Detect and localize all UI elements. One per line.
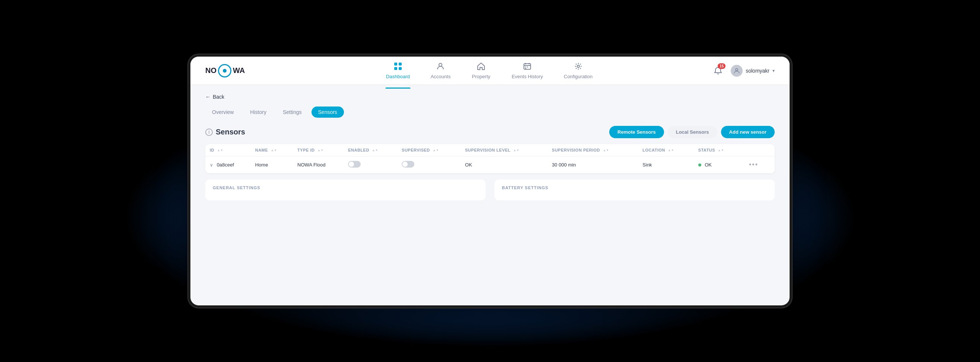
logo-circle: [218, 64, 231, 78]
svg-rect-5: [524, 64, 531, 69]
col-header-supervision-period: Supervision Period ▲▼: [547, 144, 638, 156]
nav-label-configuration: Configuration: [564, 74, 592, 79]
back-label: Back: [213, 94, 224, 100]
sensors-title: i Sensors: [205, 128, 245, 136]
sensors-info-icon[interactable]: i: [205, 129, 213, 136]
general-settings-panel: GENERAL SETTINGS: [205, 179, 485, 200]
battery-settings-title: BATTERY SETTINGS: [502, 186, 767, 190]
col-header-supervised: Supervised ▲▼: [397, 144, 461, 156]
main-content: ← Back Overview History Settings Sensors…: [191, 85, 789, 305]
col-header-id: ID ▲▼: [205, 144, 251, 156]
cell-supervision-period: 30 000 min: [547, 156, 638, 173]
sensors-header: i Sensors Remote Sensors Local Sensors A…: [205, 126, 775, 138]
svg-point-9: [577, 65, 579, 67]
nav-item-property[interactable]: Property: [463, 59, 500, 82]
local-sensors-button[interactable]: Local Sensors: [668, 126, 717, 138]
col-header-supervision-level: Supervision Level ▲▼: [461, 144, 547, 156]
col-header-name: Name ▲▼: [251, 144, 293, 156]
nav-item-accounts[interactable]: Accounts: [422, 59, 460, 82]
col-header-type-id: Type ID ▲▼: [293, 144, 344, 156]
notification-badge: 15: [718, 64, 725, 69]
notification-button[interactable]: 15: [711, 64, 725, 78]
sort-icon-name[interactable]: ▲▼: [271, 149, 277, 152]
expand-button[interactable]: ∨: [210, 162, 213, 168]
sub-nav-sensors[interactable]: Sensors: [312, 106, 344, 117]
sort-icon-type-id[interactable]: ▲▼: [318, 149, 324, 152]
cell-supervised: [397, 156, 461, 173]
status-dot: [698, 164, 701, 167]
events-icon: [523, 62, 531, 72]
navbar: NO WA Dashboard: [191, 57, 789, 85]
cell-id: ∨ 0a8ceef: [205, 156, 251, 173]
sort-icon-supervised[interactable]: ▲▼: [433, 149, 439, 152]
sub-nav-overview[interactable]: Overview: [205, 106, 240, 117]
nav-item-dashboard[interactable]: Dashboard: [377, 59, 419, 82]
cell-name: Home: [251, 156, 293, 173]
svg-rect-3: [399, 67, 402, 70]
nav-right: 15 solomyakr ▾: [711, 64, 775, 78]
device-screen: NO WA Dashboard: [191, 57, 789, 305]
dashboard-icon: [394, 62, 402, 72]
sensors-actions: Remote Sensors Local Sensors Add new sen…: [609, 126, 775, 138]
svg-rect-0: [394, 63, 397, 65]
sensors-table: ID ▲▼ Name ▲▼ Type ID ▲▼: [205, 144, 775, 173]
device-frame: NO WA Dashboard: [188, 54, 792, 308]
table-header-row: ID ▲▼ Name ▲▼ Type ID ▲▼: [205, 144, 775, 156]
cell-location: Sink: [638, 156, 694, 173]
nav-label-dashboard: Dashboard: [386, 74, 410, 79]
general-settings-title: GENERAL SETTINGS: [213, 186, 478, 190]
status-value: OK: [705, 162, 712, 168]
chevron-down-icon: ▾: [772, 68, 775, 73]
table-row: ∨ 0a8ceef Home NOWA Flood OK: [205, 156, 775, 173]
col-header-actions: [741, 144, 775, 156]
sub-nav-history[interactable]: History: [243, 106, 273, 117]
col-header-location: Location ▲▼: [638, 144, 694, 156]
bottom-panels: GENERAL SETTINGS BATTERY SETTINGS: [205, 179, 775, 200]
user-avatar: [731, 65, 743, 77]
sort-icon-supervision-level[interactable]: ▲▼: [513, 149, 519, 152]
sort-icon-enabled[interactable]: ▲▼: [372, 149, 378, 152]
svg-rect-2: [394, 67, 397, 70]
sort-icon-id[interactable]: ▲▼: [217, 149, 224, 152]
nav-label-accounts: Accounts: [431, 74, 450, 79]
sort-icon-status[interactable]: ▲▼: [718, 149, 724, 152]
svg-rect-1: [399, 63, 402, 65]
enabled-toggle[interactable]: [348, 161, 361, 168]
sensors-table-container: ID ▲▼ Name ▲▼ Type ID ▲▼: [205, 144, 775, 173]
nav-items: Dashboard Accounts: [267, 59, 711, 82]
cell-enabled: [344, 156, 397, 173]
cell-row-actions: •••: [741, 156, 775, 173]
logo: NO WA: [205, 64, 245, 78]
row-more-button[interactable]: •••: [746, 159, 761, 170]
back-arrow-icon: ←: [205, 94, 210, 100]
col-header-status: Status ▲▼: [694, 144, 741, 156]
logo-text-left: NO: [205, 66, 216, 75]
nav-item-events-history[interactable]: Events History: [503, 59, 552, 82]
nav-item-configuration[interactable]: Configuration: [555, 59, 601, 82]
sub-nav: Overview History Settings Sensors: [205, 106, 775, 117]
cell-id-value: 0a8ceef: [217, 162, 234, 168]
svg-point-4: [439, 64, 442, 66]
battery-settings-panel: BATTERY SETTINGS: [495, 179, 775, 200]
cell-status: OK: [694, 156, 741, 173]
nav-label-property: Property: [472, 74, 490, 79]
configuration-icon: [574, 62, 582, 72]
svg-point-10: [735, 68, 738, 71]
svg-rect-8: [525, 68, 526, 69]
user-menu-button[interactable]: solomyakr ▾: [731, 65, 775, 77]
supervised-toggle[interactable]: [402, 161, 414, 168]
cell-type-id: NOWA Flood: [293, 156, 344, 173]
nav-label-events: Events History: [512, 74, 543, 79]
sort-icon-supervision-period[interactable]: ▲▼: [603, 149, 609, 152]
sort-icon-location[interactable]: ▲▼: [668, 149, 675, 152]
sensors-title-text: Sensors: [216, 128, 245, 136]
cell-supervision-level: OK: [461, 156, 547, 173]
accounts-icon: [436, 62, 445, 72]
add-sensor-button[interactable]: Add new sensor: [721, 126, 775, 138]
sub-nav-settings[interactable]: Settings: [276, 106, 309, 117]
user-name: solomyakr: [746, 68, 770, 74]
back-button[interactable]: ← Back: [205, 94, 775, 100]
remote-sensors-button[interactable]: Remote Sensors: [609, 126, 664, 138]
col-header-enabled: Enabled ▲▼: [344, 144, 397, 156]
property-icon: [477, 62, 485, 72]
